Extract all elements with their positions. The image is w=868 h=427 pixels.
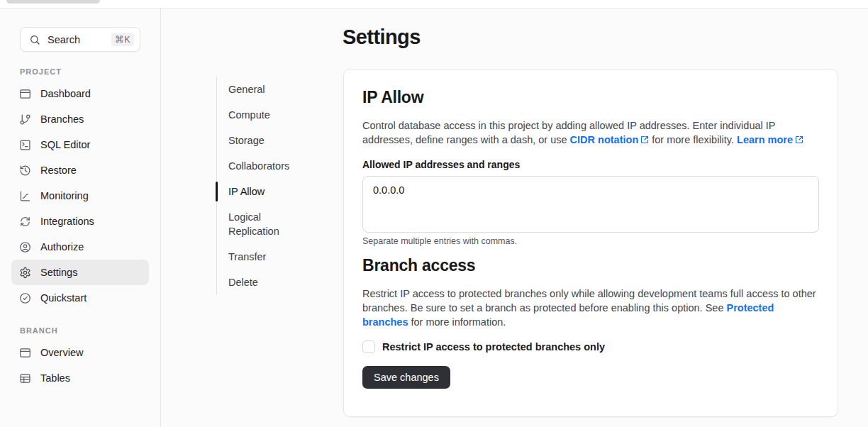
sidebar-item-quickstart[interactable]: Quickstart	[11, 285, 149, 311]
subnav-item-logical-replication[interactable]: Logical Replication	[217, 204, 306, 244]
sidebar-item-restore[interactable]: Restore	[11, 157, 149, 183]
sidebar-item-label: Monitoring	[40, 190, 89, 201]
ip-allow-description: Control database access in this project …	[362, 118, 819, 148]
sidebar-section-label-project: PROJECT	[20, 67, 140, 76]
sidebar-item-label: SQL Editor	[40, 139, 90, 150]
search-icon	[29, 34, 40, 45]
overview-icon	[19, 347, 31, 359]
sidebar-item-label: Settings	[40, 267, 77, 278]
branches-icon	[19, 113, 31, 126]
sidebar-item-monitoring[interactable]: Monitoring	[11, 183, 149, 209]
external-link-icon	[640, 133, 649, 148]
sidebar-item-label: Dashboard	[40, 88, 91, 99]
branch-access-description: Restrict IP access to protected branches…	[362, 287, 819, 329]
tables-icon	[19, 372, 31, 384]
authorize-icon	[19, 241, 31, 253]
sidebar-item-label: Authorize	[40, 241, 84, 253]
restrict-ip-checkbox-row: Restrict IP access to protected branches…	[362, 340, 819, 353]
subnav-item-compute[interactable]: Compute	[217, 102, 306, 128]
main-content: Settings GeneralComputeStorageCollaborat…	[161, 9, 868, 427]
sidebar-item-authorize[interactable]: Authorize	[11, 234, 149, 260]
quickstart-icon	[19, 292, 31, 304]
settings-subnav: GeneralComputeStorageCollaboratorsIP All…	[216, 77, 307, 295]
allowed-ips-textarea[interactable]: 0.0.0.0	[362, 176, 819, 233]
subnav-item-general[interactable]: General	[217, 77, 306, 102]
subnav-item-transfer[interactable]: Transfer	[217, 244, 306, 270]
sidebar-sections: PROJECTDashboardBranchesSQL EditorRestor…	[0, 67, 160, 391]
sidebar-item-integrations[interactable]: Integrations	[11, 209, 149, 234]
sidebar-item-dashboard[interactable]: Dashboard	[11, 81, 149, 106]
integrations-icon	[19, 216, 31, 228]
restrict-ip-checkbox-label: Restrict IP access to protected branches…	[382, 341, 605, 353]
save-changes-button[interactable]: Save changes	[362, 366, 450, 389]
app-window: Search ⌘K PROJECTDashboardBranchesSQL Ed…	[0, 8, 868, 427]
subnav-item-ip-allow[interactable]: IP Allow	[217, 179, 306, 204]
ip-allow-heading: IP Allow	[362, 88, 819, 107]
cidr-notation-link-text: CIDR notation	[570, 134, 639, 145]
sql-editor-icon	[19, 139, 31, 151]
ip-allow-description-text-2: for more flexibility.	[649, 134, 737, 145]
sidebar-item-label: Tables	[40, 372, 70, 384]
subnav-item-collaborators[interactable]: Collaborators	[217, 153, 306, 179]
branch-access-description-text-2: for more information.	[408, 316, 506, 328]
restore-icon	[19, 165, 31, 177]
sidebar-item-label: Quickstart	[40, 292, 87, 304]
settings-icon	[19, 267, 31, 279]
search-shortcut-badge: ⌘K	[111, 33, 134, 46]
sidebar-item-label: Integrations	[40, 216, 94, 227]
sidebar-section-label-branch: BRANCH	[20, 326, 140, 335]
learn-more-link[interactable]: Learn more	[737, 134, 803, 145]
restrict-ip-checkbox[interactable]	[362, 340, 375, 353]
cidr-notation-link[interactable]: CIDR notation	[570, 134, 650, 145]
sidebar-item-settings[interactable]: Settings	[11, 260, 149, 285]
search-input[interactable]: Search ⌘K	[20, 27, 140, 52]
learn-more-link-text: Learn more	[737, 134, 793, 145]
sidebar-item-branches[interactable]: Branches	[11, 106, 149, 132]
search-placeholder: Search	[48, 34, 104, 45]
sidebar-item-overview[interactable]: Overview	[11, 340, 149, 365]
branch-access-heading: Branch access	[362, 256, 819, 275]
subnav-item-delete[interactable]: Delete	[217, 270, 306, 295]
allowed-ips-label: Allowed IP addresses and ranges	[362, 159, 819, 170]
sidebar-item-tables[interactable]: Tables	[11, 365, 149, 391]
page-title: Settings	[343, 26, 421, 49]
subnav-item-storage[interactable]: Storage	[217, 128, 306, 153]
sidebar-item-label: Restore	[40, 165, 77, 176]
dashboard-icon	[19, 88, 31, 100]
sidebar-item-label: Overview	[40, 347, 83, 358]
monitoring-icon	[19, 190, 31, 202]
sidebar-item-label: Branches	[40, 113, 84, 125]
browser-tab-remnant	[6, 0, 100, 4]
sidebar: Search ⌘K PROJECTDashboardBranchesSQL Ed…	[0, 9, 161, 427]
textarea-hint: Separate multiple entries with commas.	[362, 236, 819, 246]
ip-allow-card: IP Allow Control database access in this…	[343, 69, 838, 417]
sidebar-item-sql-editor[interactable]: SQL Editor	[11, 132, 149, 157]
external-link-icon	[795, 133, 803, 148]
